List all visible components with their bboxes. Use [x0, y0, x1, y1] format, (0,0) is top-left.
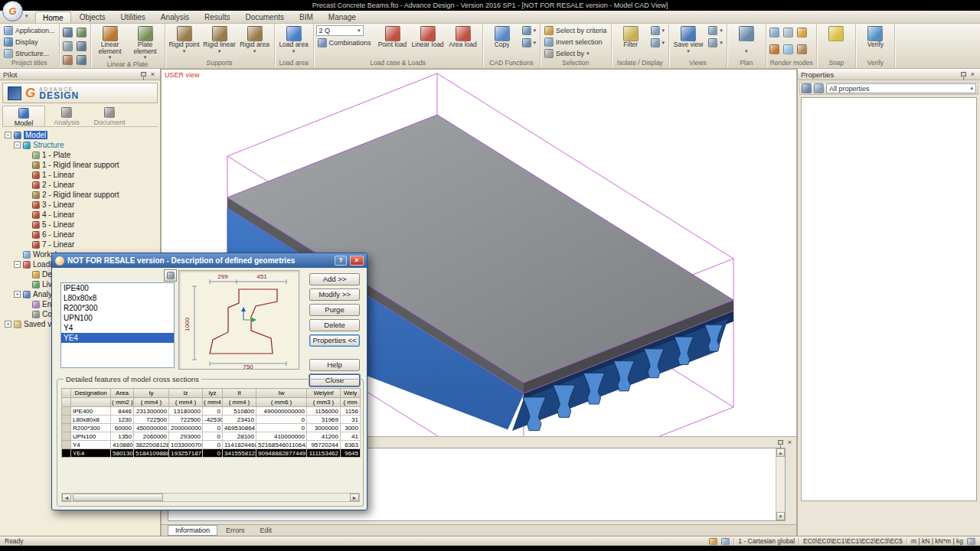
- listbox-item-ye4[interactable]: YE4: [61, 333, 174, 343]
- column-header-wely[interactable]: Wely: [341, 389, 361, 398]
- textured-render-button[interactable]: [796, 44, 808, 56]
- close-icon[interactable]: [149, 70, 157, 79]
- tree-item-model[interactable]: −Model: [2, 130, 158, 140]
- realistic-render-button[interactable]: [769, 44, 781, 56]
- polyline-button[interactable]: [76, 26, 88, 38]
- properties-button[interactable]: Properties <<: [309, 334, 360, 347]
- shaded-render-button[interactable]: [796, 26, 808, 38]
- hidden-lines-render-button[interactable]: [782, 26, 795, 38]
- tree-item-7-linear[interactable]: 7 - Linear: [2, 240, 158, 249]
- trim-button[interactable]: ▾: [521, 37, 538, 48]
- structure-settings-button[interactable]: Structure...: [2, 48, 51, 59]
- properties-filter-select[interactable]: All properties: [826, 83, 976, 93]
- column-header-iw[interactable]: Iw: [256, 389, 307, 398]
- column-header-iy[interactable]: Iy: [134, 389, 169, 398]
- copy-button[interactable]: Copy: [485, 25, 519, 50]
- listbox-item-l80x80x8[interactable]: L80x80x8: [61, 293, 174, 303]
- application-menu-orb[interactable]: G: [2, 1, 23, 21]
- property-list-icon[interactable]: [814, 83, 824, 93]
- tree-item-2-rigid-linear-support[interactable]: 2 - Rigid linear support: [2, 190, 158, 200]
- scroll-up-icon[interactable]: [776, 448, 785, 457]
- menu-tab-home[interactable]: Home: [35, 11, 71, 23]
- verify-button[interactable]: Verify: [858, 25, 892, 50]
- purge-button[interactable]: Purge: [309, 304, 360, 316]
- properties-panel-header[interactable]: Properties: [798, 69, 980, 80]
- filter-button[interactable]: Filter: [614, 25, 648, 50]
- view-cube-button[interactable]: ▾: [707, 37, 724, 48]
- load-area-button[interactable]: Load area▾: [277, 25, 311, 54]
- help-button[interactable]: Help: [309, 359, 360, 371]
- modify-button[interactable]: Modify >>: [309, 289, 360, 301]
- menu-tab-results[interactable]: Results: [198, 11, 237, 23]
- section-listbox[interactable]: IPE400L80x80x8R200*300UPN100Y4YE4: [60, 282, 175, 368]
- scrollbar-thumb[interactable]: [73, 494, 163, 501]
- table-row-l80x80x8[interactable]: L80x80x81230722500722500-425300234100319…: [62, 416, 361, 424]
- menu-tab-analysis[interactable]: Analysis: [154, 11, 196, 23]
- pin-icon[interactable]: [141, 72, 146, 77]
- display-options-button[interactable]: ▾: [649, 37, 667, 48]
- design-codes-status[interactable]: EC0\EC0\EC1\EC1\EC2\EC3\EC5: [803, 537, 903, 545]
- tree-expand-icon[interactable]: +: [14, 291, 21, 298]
- application-settings-button[interactable]: Application...: [2, 25, 57, 36]
- column-header-iz[interactable]: Iz: [169, 389, 203, 398]
- tree-item-structure[interactable]: −Structure: [2, 140, 158, 150]
- linear-load-button[interactable]: Linear load: [411, 25, 445, 50]
- listbox-item-upn100[interactable]: UPN100: [61, 313, 174, 323]
- plan-view-button[interactable]: ▾: [730, 25, 763, 54]
- table-row-ye4[interactable]: YE45801305184109888419325718770034155581…: [62, 449, 361, 458]
- table-row-y4[interactable]: Y441088038220081281103300070940114182446…: [62, 441, 361, 449]
- axes-button[interactable]: [62, 54, 74, 66]
- tree-item-5-linear[interactable]: 5 - Linear: [2, 220, 158, 230]
- column-header-iyz[interactable]: Iyz: [203, 389, 223, 398]
- output-tab-edit[interactable]: Edit: [253, 526, 279, 535]
- linear-element-button[interactable]: Linear element▾: [93, 25, 127, 60]
- rigid-point-support-button[interactable]: Rigid point▾: [168, 25, 201, 54]
- move-button[interactable]: ▾: [521, 25, 538, 36]
- combinations-button[interactable]: Combinations: [316, 37, 373, 48]
- invert-selection-button[interactable]: Invert selection: [543, 37, 604, 47]
- tree-item-1-plate[interactable]: 1 - Plate: [2, 150, 158, 160]
- column-header-area[interactable]: Area: [111, 389, 134, 398]
- dialog-help-icon[interactable]: [335, 256, 347, 266]
- properties-content[interactable]: [801, 97, 977, 501]
- pin-icon[interactable]: [778, 440, 783, 445]
- dialog-close-icon[interactable]: [350, 256, 364, 266]
- tree-item-3-linear[interactable]: 3 - Linear: [2, 200, 158, 210]
- select-by-criteria-button[interactable]: Select by criteria: [543, 25, 609, 36]
- tree-expand-icon[interactable]: +: [5, 321, 11, 328]
- table-row-r200-300[interactable]: R200*30060000450000000200000000046953086…: [62, 424, 361, 432]
- delete-button[interactable]: Delete: [309, 319, 360, 331]
- save-properties-icon[interactable]: [802, 83, 812, 93]
- pilot-tab-document[interactable]: Document: [88, 106, 131, 126]
- units-status[interactable]: m | kN | kN*m | kg: [911, 537, 963, 545]
- grid-lines-button[interactable]: [62, 40, 74, 52]
- ghost-render-button[interactable]: [782, 44, 795, 56]
- plate-element-button[interactable]: Plate element▾: [129, 25, 162, 60]
- menu-tab-documents[interactable]: Documents: [238, 11, 291, 23]
- output-scrollbar[interactable]: [776, 448, 785, 520]
- pilot-tab-model[interactable]: Model: [2, 106, 45, 126]
- select-by-button[interactable]: Select by▾: [543, 48, 591, 59]
- pilot-tab-analysis[interactable]: Analysis: [45, 106, 88, 126]
- scroll-left-icon[interactable]: [62, 494, 71, 501]
- column-header-welyinf[interactable]: Welyinf: [307, 389, 341, 398]
- point-load-button[interactable]: Point load: [376, 25, 410, 50]
- snap-button[interactable]: [819, 25, 853, 50]
- row-selector[interactable]: [62, 449, 71, 458]
- table-row-upn100[interactable]: UPN1001350206000029300002810041000000041…: [62, 432, 361, 441]
- load-case-combo[interactable]: 2 Q: [316, 25, 364, 36]
- rigid-area-support-button[interactable]: Rigid area▾: [238, 25, 272, 54]
- row-selector[interactable]: [62, 407, 71, 416]
- close-icon[interactable]: [786, 439, 794, 447]
- menu-tab-utilities[interactable]: Utilities: [114, 11, 152, 23]
- units-settings-icon[interactable]: [967, 538, 975, 545]
- listbox-item-r200-300[interactable]: R200*300: [61, 303, 174, 313]
- quick-access-dropdown-icon[interactable]: ▾: [25, 13, 28, 19]
- output-tab-information[interactable]: Information: [168, 525, 217, 536]
- scroll-down-icon[interactable]: [776, 512, 785, 520]
- tree-item-1-linear[interactable]: 1 - Linear: [2, 170, 158, 180]
- row-selector[interactable]: [62, 441, 71, 449]
- grid-status-icon[interactable]: [721, 538, 730, 545]
- listbox-item-ipe400[interactable]: IPE400: [61, 283, 174, 293]
- dialog-titlebar[interactable]: NOT FOR RESALE version - Description of …: [52, 253, 367, 268]
